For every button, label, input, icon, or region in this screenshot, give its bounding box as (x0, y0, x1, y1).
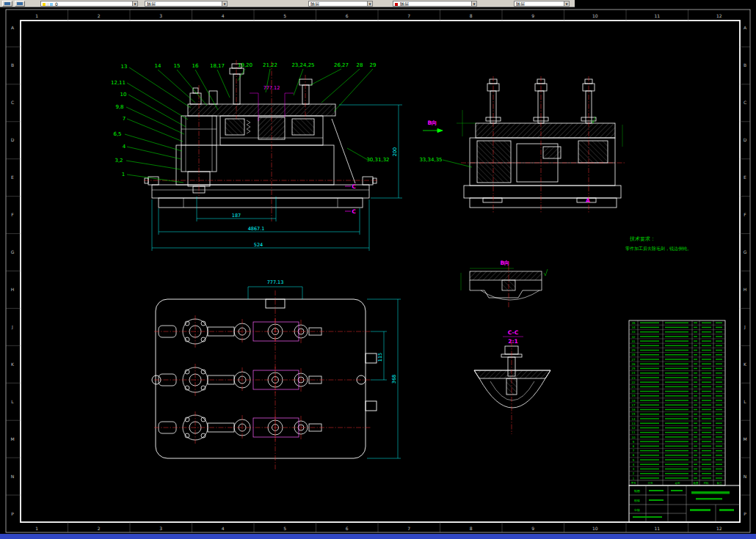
bom-row-number: 4 (633, 463, 635, 466)
plotstyle-combo-value: 随层 (516, 1, 525, 7)
bom-cell-text-bar (640, 428, 659, 429)
bom-cell-text-bar (716, 359, 722, 360)
bom-cell-text-bar (665, 441, 688, 442)
bom-cell-text-bar (702, 473, 711, 474)
zone-letter: P (744, 511, 746, 516)
zone-number: 11 (654, 13, 660, 18)
callout-label: 3,2 (115, 158, 123, 164)
callout-label: 26,27 (334, 62, 349, 68)
bom-cell-text-bar (665, 436, 688, 438)
bom-cell-text-bar (694, 405, 697, 406)
bom-cell-text-bar (665, 418, 688, 419)
color-swatch-icon (395, 3, 398, 6)
drawing-canvas[interactable]: 123456789101112123456789101112ABCDEFGHJK… (0, 0, 756, 539)
bom-row-number: 26 (631, 362, 636, 366)
bom-cell-text-bar (694, 469, 697, 470)
zone-letter: E (744, 175, 746, 180)
zone-letter: H (11, 287, 15, 292)
toolbar-button-icon (4, 2, 10, 5)
bom-cell-text-bar (702, 409, 711, 411)
zone-number: 2 (98, 526, 101, 531)
dimension-label: 368 (391, 375, 397, 384)
callout-label: 16 (192, 63, 199, 69)
notes-title: 技术要求： (629, 236, 655, 242)
bom-header: 数量 (694, 482, 699, 485)
bom-cell-text-bar (702, 331, 711, 333)
zone-number: 12 (716, 13, 722, 18)
notes-line: 零件加工后去除毛刺，锐边倒钝。 (625, 246, 691, 252)
chevron-down-icon: ▼ (367, 1, 372, 6)
bom-cell-text-bar (665, 395, 688, 397)
bom-cell-text-bar (640, 395, 659, 397)
bom-cell-text-bar (702, 400, 711, 401)
callout-label: 13 (121, 64, 128, 70)
bom-cell-text-bar (694, 391, 697, 392)
dimension-label: 524 (254, 242, 263, 248)
bom-header: 备注 (717, 481, 723, 485)
color-combo[interactable]: 随层 ▼ (393, 1, 477, 7)
bom-cell-text-bar (716, 432, 722, 433)
plotstyle-combo[interactable]: 随层 ▼ (514, 1, 570, 7)
bom-cell-text-bar (702, 336, 711, 337)
lineweight-combo[interactable]: 随层 ▼ (308, 1, 373, 7)
linetype-combo-value: 随层 (147, 1, 156, 7)
zone-letter: L (11, 399, 14, 404)
bom-cell-text-bar (665, 455, 688, 456)
section-cc-label: C-C (508, 329, 519, 336)
section-scale-label: 2:1 (508, 338, 517, 345)
side-view (423, 76, 625, 213)
zone-number: 6 (346, 526, 349, 531)
callout-label: 28 (357, 62, 363, 68)
roughness-mark-icon (544, 269, 548, 276)
callout-label: 30,31,32 (366, 157, 389, 163)
bom-cell-text-bar (640, 363, 659, 364)
bom-cell-text-bar (665, 428, 688, 429)
callout-label: 19,20 (238, 62, 252, 68)
bom-cell-text-bar (702, 477, 711, 479)
bom-cell-text-bar (665, 354, 688, 356)
callout-label: 29 (370, 62, 377, 68)
bom-cell-text-bar (694, 350, 697, 351)
toolbar-icon-button[interactable] (15, 1, 25, 7)
bom-cell-text-bar (702, 340, 711, 342)
bom-cell-text-bar (640, 400, 659, 401)
bom-cell-text-bar (702, 432, 711, 433)
callout-label: 21,22 (263, 62, 277, 68)
callout-label: 6,5 (113, 131, 121, 137)
bom-cell-text-bar (640, 446, 659, 447)
sheet-frame (6, 10, 750, 532)
bom-header: 名称 (675, 482, 681, 485)
callout-label: 33,34,35 (419, 157, 442, 163)
callout-label: 12,11 (111, 80, 126, 86)
layer-combo[interactable]: 0 ▼ (40, 1, 138, 7)
bom-cell-text-bar (702, 363, 711, 364)
bom-cell-text-bar (716, 381, 722, 383)
bom-cell-text-bar (665, 373, 688, 374)
bom-cell-text-bar (640, 459, 659, 461)
bom-row-number: 10 (631, 436, 636, 439)
dimension-label: 777.12 (263, 85, 280, 91)
layer-bulb-icon (43, 3, 46, 6)
bom-cell-text-bar (694, 395, 697, 397)
toolbar-icon-button[interactable] (2, 1, 12, 7)
chevron-down-icon: ▼ (471, 1, 476, 6)
b-direction-arrow-icon (423, 129, 443, 133)
bom-cell-text-bar (665, 350, 688, 351)
callout-label: 23,24,25 (291, 62, 314, 68)
bom-row-number: 9 (633, 440, 635, 444)
zone-number: 9 (531, 526, 534, 531)
bom-cell-text-bar (702, 414, 711, 415)
bom-cell-text-bar (694, 464, 697, 466)
bom-cell-text-bar (665, 359, 688, 360)
bom-row-number: 22 (631, 381, 636, 384)
linetype-combo[interactable]: 随层 ▼ (145, 1, 228, 7)
bom-cell-text-bar (694, 327, 697, 329)
bom-cell-text-bar (665, 400, 688, 401)
bom-cell-text-bar (694, 477, 697, 479)
bom-cell-text-bar (694, 373, 697, 374)
zone-letter: P (11, 511, 14, 516)
bom-cell-text-bar (702, 391, 711, 392)
bom-row-number: 2 (633, 472, 635, 475)
bom-cell-text-bar (716, 350, 722, 351)
bom-cell-text-bar (640, 473, 659, 474)
